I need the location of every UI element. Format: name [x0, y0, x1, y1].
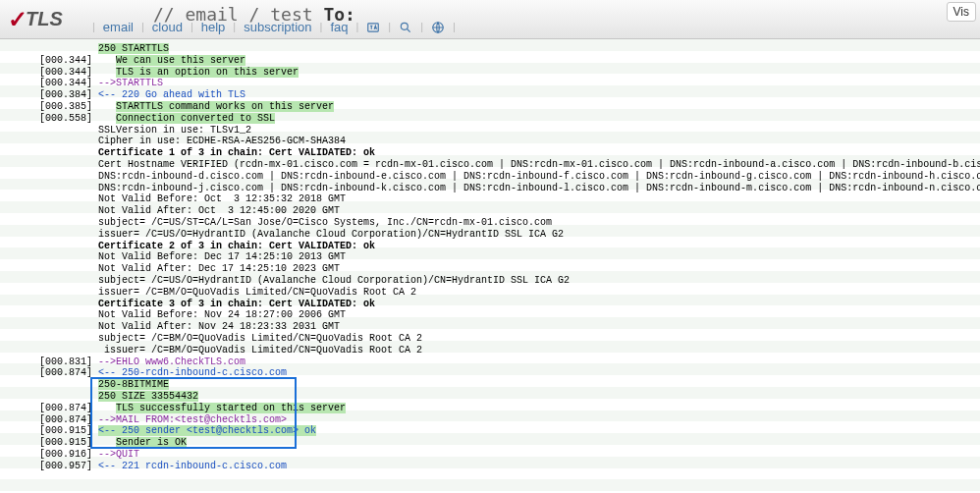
- main-nav: | email | cloud | help | subscription | …: [84, 19, 463, 34]
- logo[interactable]: ✓TLS: [8, 6, 63, 33]
- log-line: Not Valid After: Oct 3 12:45:00 2020 GMT: [39, 205, 980, 217]
- log-output: 250 STARTTLS[000.344] We can use this se…: [0, 39, 980, 491]
- log-line: [000.915] Sender is OK: [39, 437, 980, 449]
- log-line: Cert Hostname VERIFIED (rcdn-mx-01.cisco…: [39, 159, 980, 171]
- log-message: issuer= /C=BM/O=QuoVadis Limited/CN=QuoV…: [98, 287, 416, 298]
- log-message: Not Valid After: Dec 17 14:25:10 2023 GM…: [98, 263, 340, 274]
- log-timestamp: [000.344]: [39, 55, 92, 66]
- log-message: -->EHLO www6.CheckTLS.com: [98, 356, 245, 367]
- log-timestamp: [000.874]: [39, 403, 92, 413]
- log-message: issuer= /C=US/O=HydrantID (Avalanche Clo…: [98, 229, 564, 240]
- log-message: Not Valid After: Nov 24 18:23:33 2031 GM…: [98, 321, 340, 332]
- log-message: 250-8BITMIME: [98, 379, 169, 390]
- log-line: [000.915] <-- 250 sender <test@checktls.…: [39, 425, 980, 437]
- log-message: Not Valid Before: Nov 24 18:27:00 2006 G…: [98, 309, 346, 320]
- nav-cloud[interactable]: cloud: [152, 20, 183, 34]
- log-message: SSLVersion in use: TLSv1_2: [98, 125, 251, 136]
- log-line: [000.874] <-- 250-rcdn-inbound-c.cisco.c…: [39, 367, 980, 379]
- log-timestamp: [000.831]: [39, 356, 92, 367]
- log-line: 250-8BITMIME: [39, 379, 980, 391]
- log-message: Sender is OK: [116, 437, 187, 448]
- svg-point-1: [402, 23, 408, 29]
- log-line: 250 SIZE 33554432: [39, 391, 980, 403]
- log-line: subject= /C=US/ST=CA/L=San Jose/O=Cisco …: [39, 217, 980, 229]
- log-line: [000.344] TLS is an option on this serve…: [39, 67, 980, 79]
- log-message: Not Valid After: Oct 3 12:45:00 2020 GMT: [98, 205, 340, 216]
- log-line: [000.558] Connection converted to SSL: [39, 113, 980, 125]
- log-message: TLS successfully started on this server: [116, 403, 346, 413]
- log-message: Cert Hostname VERIFIED (rcdn-mx-01.cisco…: [98, 159, 980, 170]
- top-bar: ✓TLS // email / test To: | email | cloud…: [0, 0, 980, 39]
- log-message: Certificate 2 of 3 in chain: Cert VALIDA…: [98, 241, 375, 251]
- log-line: DNS:rcdn-inbound-d.cisco.com | DNS:rcdn-…: [39, 171, 980, 183]
- log-line: Certificate 2 of 3 in chain: Cert VALIDA…: [39, 241, 980, 252]
- log-line: Certificate 3 of 3 in chain: Cert VALIDA…: [39, 299, 980, 310]
- log-message: TLS is an option on this server: [116, 67, 299, 78]
- translate-icon[interactable]: [366, 19, 380, 34]
- log-message: -->STARTTLS: [98, 78, 163, 88]
- log-message: -->QUIT: [98, 449, 139, 460]
- logo-text: TLS: [26, 8, 63, 30]
- log-timestamp: [000.385]: [39, 101, 92, 112]
- log-message: -->MAIL FROM:<test@checktls.com>: [98, 414, 287, 425]
- log-line: [000.384] <-- 220 Go ahead with TLS: [39, 89, 980, 101]
- log-message: subject= /C=US/ST=CA/L=San Jose/O=Cisco …: [98, 217, 552, 228]
- log-line: subject= /C=US/O=HydrantID (Avalanche Cl…: [39, 275, 980, 287]
- search-icon[interactable]: [399, 19, 412, 34]
- nav-email[interactable]: email: [103, 20, 134, 34]
- log-timestamp: [000.916]: [39, 449, 92, 460]
- log-line: Not Valid After: Nov 24 18:23:33 2031 GM…: [39, 321, 980, 333]
- log-timestamp: [000.915]: [39, 425, 92, 436]
- log-line: Not Valid Before: Nov 24 18:27:00 2006 G…: [39, 309, 980, 321]
- log-message: We can use this server: [116, 55, 245, 66]
- nav-subscription[interactable]: subscription: [244, 20, 311, 34]
- log-line: [000.874] -->MAIL FROM:<test@checktls.co…: [39, 414, 980, 426]
- log-line: [000.385] STARTTLS command works on this…: [39, 101, 980, 113]
- log-timestamp: [000.874]: [39, 414, 92, 425]
- log-message: STARTTLS command works on this server: [116, 101, 334, 112]
- log-timestamp: [000.915]: [39, 437, 92, 448]
- log-line: DNS:rcdn-inbound-j.cisco.com | DNS:rcdn-…: [39, 183, 980, 194]
- log-message: <-- 220 Go ahead with TLS: [98, 89, 245, 100]
- log-message: subject= /C=BM/O=QuoVadis Limited/CN=Quo…: [98, 333, 422, 344]
- nav-faq[interactable]: faq: [330, 20, 348, 34]
- log-line: [000.957] <-- 221 rcdn-inbound-c.cisco.c…: [39, 461, 980, 472]
- log-line: [000.344] -->STARTTLS: [39, 78, 980, 89]
- log-message: Connection converted to SSL: [116, 113, 275, 124]
- vis-tab[interactable]: Vis: [947, 2, 976, 22]
- log-message: issuer= /C=BM/O=QuoVadis Limited/CN=QuoV…: [98, 345, 422, 356]
- log-line: SSLVersion in use: TLSv1_2: [39, 125, 980, 137]
- log-line: [000.916] -->QUIT: [39, 449, 980, 461]
- log-message: subject= /C=US/O=HydrantID (Avalanche Cl…: [98, 275, 570, 286]
- log-timestamp: [000.558]: [39, 113, 92, 124]
- log-timestamp: [000.344]: [39, 78, 92, 88]
- log-message: Not Valid Before: Oct 3 12:35:32 2018 GM…: [98, 193, 346, 204]
- log-line: issuer= /C=BM/O=QuoVadis Limited/CN=QuoV…: [39, 287, 980, 299]
- log-message: DNS:rcdn-inbound-j.cisco.com | DNS:rcdn-…: [98, 183, 980, 193]
- log-line: issuer= /C=BM/O=QuoVadis Limited/CN=QuoV…: [39, 345, 980, 356]
- log-message: <-- 250-rcdn-inbound-c.cisco.com: [98, 367, 287, 378]
- log-line: Certificate 1 of 3 in chain: Cert VALIDA…: [39, 147, 980, 159]
- log-line: Not Valid Before: Dec 17 14:25:10 2013 G…: [39, 251, 980, 263]
- log-line: [000.344] We can use this server: [39, 55, 980, 67]
- log-line: [000.874] TLS successfully started on th…: [39, 403, 980, 414]
- log-line: issuer= /C=US/O=HydrantID (Avalanche Clo…: [39, 229, 980, 241]
- log-message: Certificate 3 of 3 in chain: Cert VALIDA…: [98, 299, 375, 309]
- globe-icon[interactable]: [431, 19, 445, 34]
- log-message: Cipher in use: ECDHE-RSA-AES256-GCM-SHA3…: [98, 136, 346, 146]
- log-message: DNS:rcdn-inbound-d.cisco.com | DNS:rcdn-…: [98, 171, 980, 182]
- log-timestamp: [000.344]: [39, 67, 92, 78]
- log-message: <-- 250 sender <test@checktls.com> ok: [98, 425, 316, 436]
- log-timestamp: [000.384]: [39, 89, 92, 100]
- log-line: subject= /C=BM/O=QuoVadis Limited/CN=Quo…: [39, 333, 980, 345]
- log-line: 250 STARTTLS: [39, 43, 980, 55]
- nav-help[interactable]: help: [201, 20, 226, 34]
- log-message: 250 STARTTLS: [98, 43, 169, 54]
- log-message: <-- 221 rcdn-inbound-c.cisco.com: [98, 461, 287, 471]
- log-timestamp: [000.957]: [39, 461, 92, 471]
- svg-rect-0: [368, 24, 379, 31]
- log-message: Not Valid Before: Dec 17 14:25:10 2013 G…: [98, 251, 346, 262]
- log-line: Not Valid Before: Oct 3 12:35:32 2018 GM…: [39, 193, 980, 205]
- check-icon: ✓: [8, 6, 27, 33]
- log-message: Certificate 1 of 3 in chain: Cert VALIDA…: [98, 147, 375, 158]
